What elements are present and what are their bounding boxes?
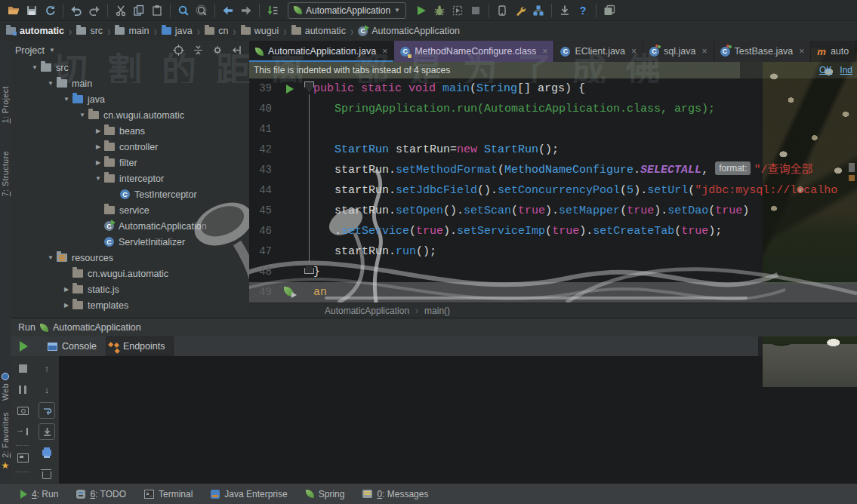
sidebar-item-1-project[interactable]: 1: Project <box>0 83 11 123</box>
attach-device-icon[interactable] <box>493 2 511 20</box>
close-icon[interactable]: × <box>542 46 547 57</box>
import-icon[interactable] <box>556 2 574 20</box>
print-icon[interactable] <box>38 444 56 462</box>
open-icon[interactable] <box>5 2 23 20</box>
debug-icon[interactable] <box>430 2 449 20</box>
expand-arrow-icon[interactable]: ▶ <box>60 302 72 309</box>
clear-all-icon[interactable] <box>38 465 56 483</box>
breadcrumb-item-java[interactable]: java <box>162 26 193 36</box>
sidebar-item-web[interactable]: Web <box>0 373 11 401</box>
breadcrumb-item-main[interactable]: main <box>115 26 149 36</box>
console-output[interactable] <box>59 356 857 484</box>
tree-item-filter[interactable]: ▶filter <box>11 155 249 171</box>
prev-occurrence-icon[interactable]: ↑ <box>38 359 56 377</box>
editor-tab-testbase-java[interactable]: CTestBase.java× <box>714 41 812 62</box>
sync-icon[interactable] <box>41 2 59 20</box>
help-icon[interactable]: ? <box>574 2 592 20</box>
editor-tab-automaticapplication-java[interactable]: AutomaticApplication.java× <box>249 41 394 62</box>
breadcrumb-item-cn[interactable]: cn <box>205 26 228 36</box>
editor-tab-sql-java[interactable]: Csql.java× <box>643 41 714 62</box>
breadcrumb-item-automatic[interactable]: automatic <box>291 26 346 36</box>
expand-arrow-icon[interactable]: ▼ <box>60 96 72 103</box>
tree-item-cn-wugui-automatic[interactable]: ▼cn.wugui.automatic <box>11 107 249 123</box>
next-occurrence-icon[interactable]: ↓ <box>38 380 56 398</box>
stop-process-icon[interactable] <box>14 359 32 377</box>
search-icon[interactable] <box>174 2 193 20</box>
run-config-select[interactable]: AutomaticApplication ▼ <box>288 2 406 19</box>
tree-item-java[interactable]: ▼java <box>11 91 249 107</box>
statusbar-item-6-todo[interactable]: 6: TODO <box>76 489 126 499</box>
editor-tab-methodnameconfigure-class[interactable]: CMethodNameConfigure.class× <box>394 41 554 62</box>
statusbar-item-0-messages[interactable]: 0: Messages <box>362 489 428 499</box>
sidebar-item-2-favorites[interactable]: 2: Favorites★ <box>0 412 11 470</box>
statusbar-item-4-run[interactable]: 4: Run <box>20 489 58 499</box>
editor-tab-auto[interactable]: mauto <box>811 41 855 62</box>
expand-arrow-icon[interactable]: ▼ <box>92 175 104 182</box>
project-panel-title[interactable]: Project <box>15 45 45 56</box>
hide-panel-icon[interactable] <box>230 43 245 58</box>
code-editor[interactable]: 39public static void main(String[] args)… <box>249 78 857 303</box>
pause-output-icon[interactable] <box>14 380 32 398</box>
banner-link-ind[interactable]: Ind <box>840 65 852 75</box>
back-icon[interactable] <box>219 2 237 20</box>
tree-item-src[interactable]: ▼src <box>11 60 249 75</box>
run-line-icon[interactable] <box>286 85 294 94</box>
locate-file-icon[interactable] <box>171 43 186 58</box>
coverage-icon[interactable] <box>449 2 467 20</box>
tree-item-main[interactable]: ▼main <box>11 75 249 91</box>
gear-icon[interactable] <box>210 43 225 58</box>
expand-arrow-icon[interactable]: ▼ <box>76 112 88 118</box>
thread-dump-icon[interactable] <box>14 401 32 419</box>
breadcrumb-item-src[interactable]: src <box>76 26 103 36</box>
expand-arrow-icon[interactable]: ▼ <box>29 64 41 71</box>
close-icon[interactable]: × <box>382 46 387 57</box>
expand-arrow-icon[interactable]: ▶ <box>60 286 72 293</box>
chevron-down-icon[interactable]: ▼ <box>49 47 55 54</box>
copy-icon[interactable] <box>130 2 148 20</box>
expand-arrow-icon[interactable]: ▶ <box>92 159 104 166</box>
scroll-stripe-mark-warning[interactable] <box>849 175 855 181</box>
tree-item-cn-wugui-automatic[interactable]: cn.wugui.automatic <box>11 266 249 281</box>
statusbar-item-java-enterprise[interactable]: Java Enterprise <box>211 489 287 499</box>
close-icon[interactable]: × <box>631 46 637 57</box>
paste-icon[interactable] <box>148 2 166 20</box>
exit-icon[interactable] <box>14 423 32 441</box>
expand-arrow-icon[interactable]: ▼ <box>45 80 57 87</box>
editor-breadcrumb-item[interactable]: AutomaticApplication <box>325 306 409 316</box>
editor-tab-eclient-java[interactable]: CEClient.java× <box>554 41 643 62</box>
tree-item-static-js[interactable]: ▶static.js <box>11 281 249 297</box>
redo-icon[interactable] <box>85 2 103 20</box>
forward-icon[interactable] <box>237 2 255 20</box>
statusbar-item-terminal[interactable]: >_Terminal <box>144 489 193 499</box>
run-icon[interactable] <box>412 2 430 20</box>
tree-item-service[interactable]: service <box>11 202 249 218</box>
scroll-to-end-icon[interactable] <box>38 423 56 441</box>
breadcrumb-item-wugui[interactable]: wugui <box>241 26 279 36</box>
tree-item-interceptor[interactable]: ▼interceptor <box>11 171 249 186</box>
statusbar-item-spring[interactable]: Spring <box>306 489 345 499</box>
tree-item-resources[interactable]: ▼resources <box>11 250 249 266</box>
run-tab-console[interactable]: Console <box>39 337 106 356</box>
sort-lines-icon[interactable] <box>264 2 282 20</box>
save-all-icon[interactable] <box>600 2 618 20</box>
restore-layout-icon[interactable] <box>14 449 32 467</box>
collapse-all-icon[interactable] <box>190 43 205 58</box>
tree-item-automaticapplication[interactable]: CAutomaticApplication <box>11 218 249 234</box>
sidebar-item-7-structure[interactable]: 7: Structure <box>0 151 11 199</box>
banner-link-ok[interactable]: OK <box>819 65 832 75</box>
project-structure-icon[interactable] <box>529 2 547 20</box>
close-icon[interactable]: × <box>799 46 804 57</box>
close-icon[interactable]: × <box>701 46 707 57</box>
tree-item-servletinitializer[interactable]: CServletInitializer <box>11 234 249 250</box>
settings-wrench-icon[interactable] <box>511 2 529 20</box>
tree-item-controller[interactable]: ▶controller <box>11 139 249 155</box>
expand-arrow-icon[interactable]: ▶ <box>92 128 104 134</box>
undo-icon[interactable] <box>67 2 85 20</box>
search-everywhere-icon[interactable] <box>193 2 211 20</box>
spring-rerun-icon[interactable] <box>284 287 294 297</box>
tree-item-beans[interactable]: ▶beans <box>11 123 249 139</box>
expand-arrow-icon[interactable]: ▶ <box>92 143 104 150</box>
save-icon[interactable] <box>23 2 41 20</box>
breadcrumb-item-AutomaticApplication[interactable]: CAutomaticApplication <box>358 26 460 36</box>
cut-icon[interactable] <box>112 2 130 20</box>
